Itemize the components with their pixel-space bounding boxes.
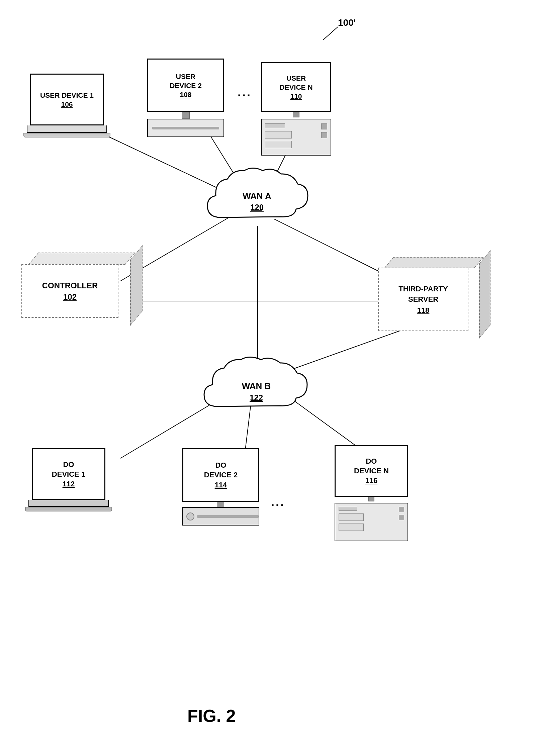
user-device-1-label: USER DEVICE 1: [40, 91, 94, 100]
third-party-server-num: 118: [417, 306, 430, 315]
diagram-container: 100' USER DEVICE 1 106 USERDEVICE 2 108 …: [0, 0, 538, 756]
do-device-n: DODEVICE N 116: [335, 445, 408, 541]
user-devices-dots: ...: [238, 85, 252, 99]
controller-num: 102: [63, 292, 77, 302]
third-party-server-box: THIRD-PARTYSERVER 118: [378, 268, 468, 331]
diagram-ref-label: 100': [338, 17, 356, 28]
do-device-1-num: 112: [63, 480, 75, 488]
user-device-2: USERDEVICE 2 108: [147, 59, 224, 137]
user-device-2-label: USERDEVICE 2: [170, 72, 202, 90]
user-device-1-num: 106: [61, 100, 73, 108]
do-devices-dots: ...: [271, 495, 285, 509]
user-device-n-num: 110: [290, 92, 302, 100]
do-device-2: DODEVICE 2 114: [182, 448, 259, 526]
svg-text:WAN B: WAN B: [242, 381, 271, 391]
controller-label: CONTROLLER: [42, 280, 98, 291]
user-device-n: USERDEVICE N 110: [261, 62, 331, 156]
do-device-1-label: DODEVICE 1: [52, 460, 85, 479]
do-device-1: DODEVICE 1 112: [32, 448, 112, 511]
do-device-n-num: 116: [365, 476, 378, 485]
user-device-2-num: 108: [180, 91, 191, 99]
svg-line-1: [323, 27, 338, 40]
do-device-2-num: 114: [215, 481, 227, 489]
svg-text:WAN A: WAN A: [243, 191, 271, 201]
figure-label: FIG. 2: [187, 706, 236, 726]
do-device-2-label: DODEVICE 2: [204, 461, 238, 480]
wan-b-cloud: WAN B 122: [197, 353, 318, 423]
user-device-n-label: USERDEVICE N: [279, 74, 312, 92]
controller-box: CONTROLLER 102: [21, 264, 118, 318]
do-device-n-label: DODEVICE N: [354, 457, 389, 476]
wan-a-cloud: WAN A 120: [201, 164, 315, 234]
third-party-server-label: THIRD-PARTYSERVER: [398, 284, 448, 305]
user-device-1: USER DEVICE 1 106: [30, 74, 110, 137]
